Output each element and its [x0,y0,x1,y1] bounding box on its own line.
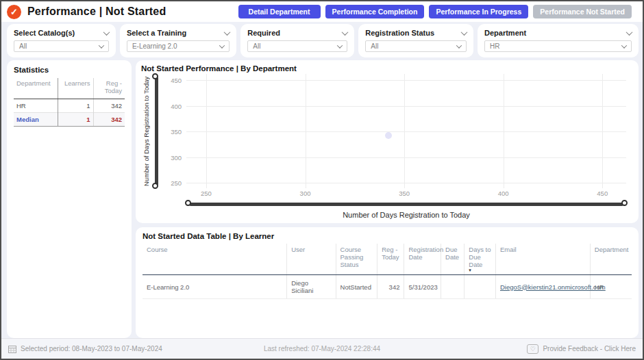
scatter-point[interactable] [385,132,392,139]
cell-registration-date: 5/31/2023 [404,275,441,299]
chevron-down-icon [337,42,343,48]
statistics-title: Statistics [14,66,125,74]
department-dropdown[interactable]: HR [484,40,632,52]
cell-due-date [441,275,465,299]
dropdown-value: All [253,42,260,50]
slider-track [155,77,158,185]
filter-row: Select Catalog(s) All Select a Training … [1,22,643,60]
cell-course: E-Learning 2.0 [143,275,287,299]
slider-handle-bottom[interactable] [152,183,158,189]
email-link[interactable]: DiegoS@kierstin21.onmicrosoft.com [500,283,606,291]
stats-col-learners: Learners [58,78,93,99]
filter-label: Select Catalog(s) [14,29,75,37]
learner-data-table: Course User Course Passing Status Reg - … [143,244,632,299]
col-department[interactable]: Department [590,244,632,275]
y-tick-label: 400 [171,102,182,110]
chart-title: Not Started Performance | By Department [141,64,632,73]
data-table-title: Not Started Data Table | By Learner [143,232,632,240]
y-tick-label: 350 [171,128,182,136]
selected-period-text: Selected period: 08-May-2023 to 07-May-2… [21,345,162,352]
x-tick-label: 400 [498,190,509,197]
plot-area[interactable] [186,74,626,188]
gridline-horizontal [186,80,626,81]
dropdown-value: All [371,42,378,50]
status-bar: Selected period: 08-May-2023 to 07-May-2… [1,338,643,359]
chevron-down-icon [219,42,225,48]
x-range-slider[interactable] [186,198,626,209]
gridline-horizontal [186,131,626,132]
registration-status-dropdown[interactable]: All [365,40,467,52]
slider-track [189,203,623,206]
col-due-date[interactable]: Due Date [441,244,465,275]
filter-registration-status: Registration Status All [358,24,473,57]
col-email[interactable]: Email [495,244,590,275]
stats-col-department: Department [14,78,58,99]
y-tick-label: 300 [171,153,182,161]
y-range-slider[interactable] [151,74,163,188]
gridline-horizontal [186,106,626,107]
col-days-to-due-date[interactable]: Days to Due Date▾ [465,244,496,275]
table-row-median: Median 1 342 [14,113,125,127]
col-course[interactable]: Course [143,244,287,275]
filter-select-training: Select a Training E-Learning 2.0 [120,24,236,57]
dropdown-value: HR [490,42,499,50]
slider-handle-top[interactable] [152,73,158,79]
stats-cell-median-learners: 1 [58,113,93,127]
data-table-card: Not Started Data Table | By Learner Cour… [136,227,639,338]
col-registration-date[interactable]: Registration Date [404,244,441,275]
chevron-down-icon [99,42,104,48]
cell-email: DiegoS@kierstin21.onmicrosoft.com [495,275,590,299]
select-catalogs-dropdown[interactable]: All [14,40,109,52]
gridline-horizontal [186,157,626,158]
provide-feedback-link[interactable]: ♡ Provide Feedback - Click Here [380,344,636,354]
filter-label: Department [484,29,526,37]
x-tick-label: 450 [597,190,608,197]
page-navigation: Detail Department Performance Completion… [238,5,637,18]
chevron-down-icon[interactable] [342,29,349,36]
x-tick-label: 350 [399,190,410,197]
selected-period: Selected period: 08-May-2023 to 07-May-2… [8,345,264,353]
slider-handle-left[interactable] [185,200,191,206]
col-reg-today[interactable]: Reg - Today [377,244,404,275]
chevron-down-icon[interactable] [103,29,110,36]
cell-department: HR [590,275,632,299]
filter-required: Required All [240,24,354,57]
app-logo-icon: ✓ [7,5,21,19]
x-axis-ticks: 250300350400450 [186,188,626,198]
y-axis-label: Number of Days Registration to Today [141,74,151,188]
calendar-icon [8,345,16,353]
cell-user: Diego Siciliani [287,275,336,299]
feedback-heart-icon: ♡ [527,344,538,354]
statistics-panel: Statistics Department Learners Reg - Tod… [7,60,132,338]
last-refreshed-text: Last refreshed: 07-May-2024 22:28:44 [264,345,380,352]
cell-reg-today: 342 [377,275,404,299]
chevron-down-icon[interactable] [224,29,231,36]
col-course-passing-status[interactable]: Course Passing Status [336,244,377,275]
slider-handle-right[interactable] [621,200,628,206]
table-row[interactable]: E-Learning 2.0 Diego Siciliani NotStarte… [143,275,632,299]
y-tick-label: 250 [171,179,182,187]
filter-label: Registration Status [365,29,434,37]
cell-days-to-due-date [465,275,496,299]
filter-department: Department HR [478,24,639,57]
nav-detail-department-button[interactable]: Detail Department [238,5,321,18]
stats-cell-median-label: Median [14,113,58,127]
select-training-dropdown[interactable]: E-Learning 2.0 [127,40,230,52]
cell-status: NotStarted [336,275,377,299]
col-user[interactable]: User [287,244,336,275]
nav-performance-in-progress-button[interactable]: Performance In Progress [429,5,528,18]
gridline-horizontal [186,183,626,183]
x-tick-label: 300 [300,190,311,197]
dropdown-value: E-Learning 2.0 [132,42,177,50]
chevron-down-icon[interactable] [461,29,468,36]
chevron-down-icon[interactable] [626,29,633,36]
nav-performance-not-started-button[interactable]: Performance Not Started [533,5,632,18]
sort-descending-icon: ▾ [469,268,491,272]
top-bar: ✓ Performance | Not Started Detail Depar… [1,1,643,22]
scatter-chart-card: Not Started Performance | By Department … [136,60,639,223]
nav-performance-completion-button[interactable]: Performance Completion [325,5,425,18]
required-dropdown[interactable]: All [247,40,347,52]
table-row[interactable]: HR 1 342 [14,99,125,113]
chevron-down-icon [456,42,462,48]
y-axis-ticks: 250300350400450 [163,74,186,188]
